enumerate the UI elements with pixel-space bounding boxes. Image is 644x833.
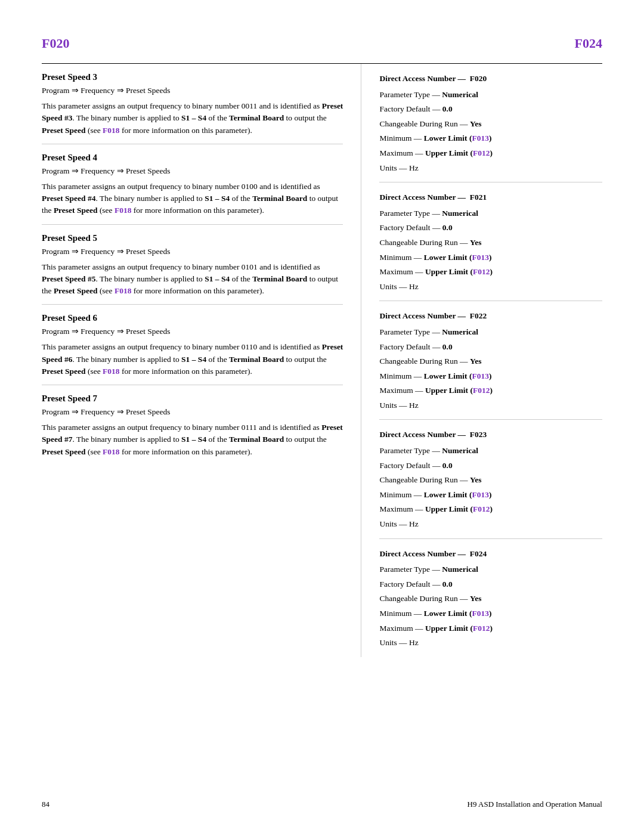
dan-row-preset-speed-7: Direct Access Number — F024 xyxy=(379,547,602,561)
minimum-row-preset-speed-6: Minimum — Lower Limit (F013) xyxy=(379,488,602,501)
dan-label: Direct Access Number — F022 xyxy=(379,309,487,323)
minimum-row-preset-speed-4: Minimum — Lower Limit (F013) xyxy=(379,251,602,264)
breadcrumb-preset-speed-3: Program ⇒ Frequency ⇒ Preset Speeds xyxy=(42,85,343,95)
left-section-preset-speed-4: Preset Speed 4Program ⇒ Frequency ⇒ Pres… xyxy=(42,144,343,225)
maximum-row-preset-speed-4: Maximum — Upper Limit (F012) xyxy=(379,265,602,278)
changeable-row-preset-speed-4: Changeable During Run — Yes xyxy=(379,236,602,249)
left-section-preset-speed-5: Preset Speed 5Program ⇒ Frequency ⇒ Pres… xyxy=(42,225,343,305)
units-row-preset-speed-4: Units — Hz xyxy=(379,280,602,293)
dan-row-preset-speed-3: Direct Access Number — F020 xyxy=(379,72,602,85)
param-type-row-preset-speed-3: Parameter Type — Numerical xyxy=(379,88,602,101)
section-title-preset-speed-3: Preset Speed 3 xyxy=(42,72,343,82)
changeable-row-preset-speed-6: Changeable During Run — Yes xyxy=(379,473,602,487)
factory-default-row-preset-speed-4: Factory Default — 0.0 xyxy=(379,221,602,234)
left-section-preset-speed-6: Preset Speed 6Program ⇒ Frequency ⇒ Pres… xyxy=(42,305,343,385)
param-type-row-preset-speed-5: Parameter Type — Numerical xyxy=(379,326,602,339)
dan-row-preset-speed-5: Direct Access Number — F022 xyxy=(379,309,602,323)
header-right: F024 xyxy=(575,36,602,51)
header-left: F020 xyxy=(42,36,69,51)
dan-row-preset-speed-6: Direct Access Number — F023 xyxy=(379,428,602,441)
factory-default-row-preset-speed-3: Factory Default — 0.0 xyxy=(379,103,602,116)
breadcrumb-preset-speed-5: Program ⇒ Frequency ⇒ Preset Speeds xyxy=(42,246,343,256)
body-text-preset-speed-4: This parameter assigns an output frequen… xyxy=(42,181,343,217)
param-type-row-preset-speed-7: Parameter Type — Numerical xyxy=(379,563,602,576)
page-number: 84 xyxy=(42,800,49,809)
factory-default-row-preset-speed-6: Factory Default — 0.0 xyxy=(379,459,602,472)
left-column: Preset Speed 3Program ⇒ Frequency ⇒ Pres… xyxy=(42,64,361,657)
section-title-preset-speed-5: Preset Speed 5 xyxy=(42,233,343,243)
body-text-preset-speed-7: This parameter assigns an output frequen… xyxy=(42,422,343,458)
dan-label: Direct Access Number — F020 xyxy=(379,72,487,85)
body-text-preset-speed-6: This parameter assigns an output frequen… xyxy=(42,341,343,377)
page-header: F020 F024 xyxy=(42,36,602,51)
units-row-preset-speed-3: Units — Hz xyxy=(379,162,602,175)
page-footer: 84 H9 ASD Installation and Operation Man… xyxy=(42,800,602,809)
minimum-row-preset-speed-7: Minimum — Lower Limit (F013) xyxy=(379,607,602,620)
left-section-preset-speed-3: Preset Speed 3Program ⇒ Frequency ⇒ Pres… xyxy=(42,64,343,144)
maximum-row-preset-speed-6: Maximum — Upper Limit (F012) xyxy=(379,503,602,516)
changeable-row-preset-speed-5: Changeable During Run — Yes xyxy=(379,355,602,368)
minimum-row-preset-speed-3: Minimum — Lower Limit (F013) xyxy=(379,132,602,145)
maximum-row-preset-speed-5: Maximum — Upper Limit (F012) xyxy=(379,384,602,397)
factory-default-row-preset-speed-7: Factory Default — 0.0 xyxy=(379,578,602,591)
param-type-row-preset-speed-4: Parameter Type — Numerical xyxy=(379,207,602,220)
manual-title: H9 ASD Installation and Operation Manual xyxy=(467,800,602,809)
minimum-row-preset-speed-5: Minimum — Lower Limit (F013) xyxy=(379,370,602,383)
breadcrumb-preset-speed-6: Program ⇒ Frequency ⇒ Preset Speeds xyxy=(42,326,343,336)
body-text-preset-speed-3: This parameter assigns an output frequen… xyxy=(42,100,343,137)
breadcrumb-preset-speed-7: Program ⇒ Frequency ⇒ Preset Speeds xyxy=(42,407,343,417)
factory-default-row-preset-speed-5: Factory Default — 0.0 xyxy=(379,340,602,354)
dan-label: Direct Access Number — F021 xyxy=(379,191,487,204)
page: F020 F024 Preset Speed 3Program ⇒ Freque… xyxy=(0,0,644,693)
section-title-preset-speed-6: Preset Speed 6 xyxy=(42,313,343,323)
units-row-preset-speed-5: Units — Hz xyxy=(379,399,602,412)
section-title-preset-speed-7: Preset Speed 7 xyxy=(42,394,343,404)
left-section-preset-speed-7: Preset Speed 7Program ⇒ Frequency ⇒ Pres… xyxy=(42,385,343,465)
maximum-row-preset-speed-7: Maximum — Upper Limit (F012) xyxy=(379,622,602,635)
right-column: Direct Access Number — F020Parameter Typ… xyxy=(361,64,602,657)
section-title-preset-speed-4: Preset Speed 4 xyxy=(42,153,343,163)
right-section-preset-speed-5: Direct Access Number — F022Parameter Typ… xyxy=(379,301,602,420)
changeable-row-preset-speed-7: Changeable During Run — Yes xyxy=(379,592,602,605)
units-row-preset-speed-6: Units — Hz xyxy=(379,518,602,531)
dan-label: Direct Access Number — F023 xyxy=(379,428,487,441)
units-row-preset-speed-7: Units — Hz xyxy=(379,636,602,649)
body-text-preset-speed-5: This parameter assigns an output frequen… xyxy=(42,261,343,298)
right-section-preset-speed-7: Direct Access Number — F024Parameter Typ… xyxy=(379,539,602,657)
right-section-preset-speed-3: Direct Access Number — F020Parameter Typ… xyxy=(379,64,602,182)
content-area: Preset Speed 3Program ⇒ Frequency ⇒ Pres… xyxy=(42,63,602,657)
maximum-row-preset-speed-3: Maximum — Upper Limit (F012) xyxy=(379,147,602,160)
param-type-row-preset-speed-6: Parameter Type — Numerical xyxy=(379,444,602,457)
dan-row-preset-speed-4: Direct Access Number — F021 xyxy=(379,191,602,204)
breadcrumb-preset-speed-4: Program ⇒ Frequency ⇒ Preset Speeds xyxy=(42,166,343,176)
right-section-preset-speed-6: Direct Access Number — F023Parameter Typ… xyxy=(379,420,602,538)
right-section-preset-speed-4: Direct Access Number — F021Parameter Typ… xyxy=(379,182,602,301)
changeable-row-preset-speed-3: Changeable During Run — Yes xyxy=(379,117,602,131)
dan-label: Direct Access Number — F024 xyxy=(379,547,487,561)
